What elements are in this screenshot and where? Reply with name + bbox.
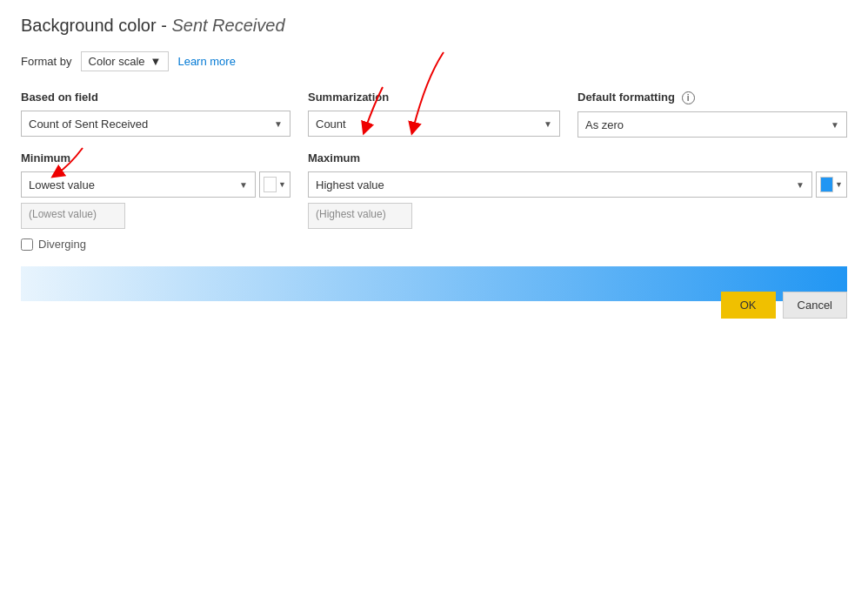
dropdown-arrow-icon: ▼ [150, 55, 162, 68]
maximum-swatch-arrow-icon: ▼ [835, 180, 843, 189]
summarization-arrow-icon: ▼ [544, 119, 552, 129]
default-formatting-value: As zero [585, 118, 624, 131]
minimum-section: Minimum Lowest value ▼ ▼ (Lowest value) [21, 151, 290, 229]
info-icon[interactable]: i [682, 91, 695, 104]
default-formatting-section: Default formatting i As zero ▼ [578, 91, 847, 138]
summarization-label: Summarization [308, 91, 560, 104]
maximum-color-box [820, 177, 833, 192]
dialog-footer: OK Cancel [721, 292, 847, 319]
maximum-label: Maximum [308, 151, 847, 165]
maximum-value-input[interactable]: (Highest value) [308, 203, 412, 229]
min-max-container: Minimum Lowest value ▼ ▼ (Lowest value) … [21, 151, 847, 229]
based-on-field-arrow-icon: ▼ [274, 119, 283, 129]
diverging-row: Diverging [21, 238, 847, 251]
field-sections-row: Based on field Count of Sent Received ▼ … [21, 91, 847, 138]
minimum-swatch-arrow-icon: ▼ [278, 180, 286, 189]
dialog-title: Background color - Sent Received [21, 16, 847, 36]
summarization-dropdown[interactable]: Count ▼ [308, 111, 560, 137]
minimum-value-input[interactable]: (Lowest value) [21, 203, 125, 229]
maximum-value: Highest value [316, 178, 384, 191]
diverging-label[interactable]: Diverging [38, 238, 86, 251]
minimum-color-box [264, 177, 277, 192]
diverging-checkbox[interactable] [21, 238, 33, 251]
minimum-value: Lowest value [29, 178, 95, 191]
default-formatting-arrow-icon: ▼ [831, 120, 839, 130]
minimum-dropdown[interactable]: Lowest value ▼ [21, 171, 256, 198]
based-on-field-section: Based on field Count of Sent Received ▼ [21, 91, 290, 138]
title-prefix: Background color - [21, 16, 171, 35]
based-on-field-label: Based on field [21, 91, 290, 104]
minimum-color-picker[interactable]: ▼ [259, 171, 290, 198]
summarization-value: Count [316, 118, 346, 131]
based-on-field-dropdown[interactable]: Count of Sent Received ▼ [21, 111, 290, 137]
maximum-dropdown-row: Highest value ▼ ▼ [308, 171, 847, 198]
format-by-select[interactable]: Color scale ▼ [81, 51, 170, 71]
maximum-section: Maximum Highest value ▼ ▼ (Highest value… [308, 151, 847, 229]
summarization-section: Summarization Count ▼ [308, 91, 560, 138]
minimum-dropdown-row: Lowest value ▼ ▼ [21, 171, 290, 198]
minimum-label: Minimum [21, 151, 290, 165]
format-by-value: Color scale [89, 55, 145, 68]
maximum-color-picker[interactable]: ▼ [816, 171, 847, 198]
learn-more-link[interactable]: Learn more [177, 55, 235, 68]
maximum-arrow-icon: ▼ [796, 180, 805, 190]
default-formatting-dropdown[interactable]: As zero ▼ [578, 111, 847, 138]
cancel-button[interactable]: Cancel [783, 292, 847, 319]
ok-button[interactable]: OK [721, 292, 776, 319]
title-italic: Sent Received [171, 16, 284, 35]
minimum-arrow-icon: ▼ [239, 180, 248, 190]
maximum-dropdown[interactable]: Highest value ▼ [308, 171, 812, 198]
diverging-checkbox-wrap: Diverging [21, 238, 86, 251]
format-by-label: Format by [21, 55, 72, 68]
default-formatting-label: Default formatting i [578, 91, 847, 104]
based-on-field-value: Count of Sent Received [29, 118, 148, 131]
format-row: Format by Color scale ▼ Learn more [21, 51, 847, 71]
